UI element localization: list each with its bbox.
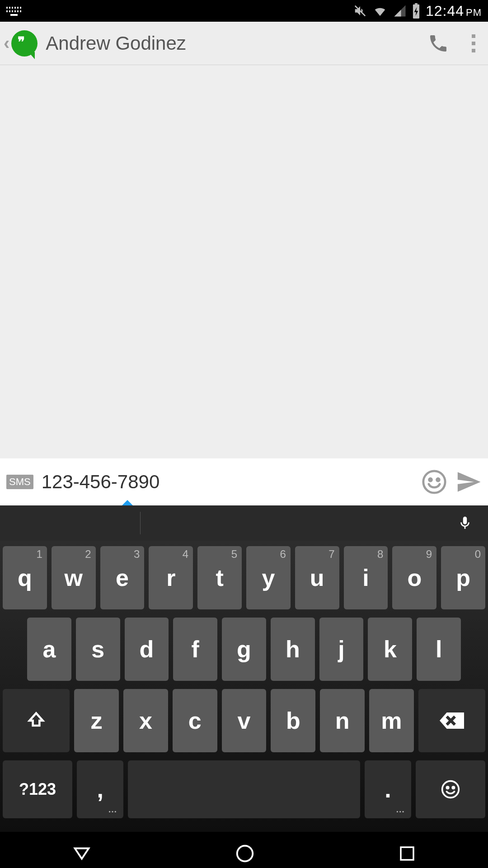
contact-name[interactable]: Andrew Godinez xyxy=(46,33,427,54)
nav-home-button[interactable] xyxy=(235,843,255,864)
key-a[interactable]: a xyxy=(27,618,71,681)
key-q[interactable]: q1 xyxy=(3,546,47,609)
call-button[interactable] xyxy=(427,33,449,54)
key-t[interactable]: t5 xyxy=(197,546,242,609)
nav-back-button[interactable] xyxy=(71,843,92,864)
send-button[interactable] xyxy=(455,469,482,495)
system-nav-bar xyxy=(0,832,488,868)
svg-rect-2 xyxy=(415,3,418,5)
battery-charging-icon xyxy=(411,3,421,19)
key-g[interactable]: g xyxy=(222,618,266,681)
svg-point-9 xyxy=(237,846,253,862)
key-x[interactable]: x xyxy=(123,689,168,752)
conversation-area[interactable] xyxy=(0,65,488,458)
overflow-menu-button[interactable] xyxy=(467,34,480,52)
key-e[interactable]: e3 xyxy=(100,546,145,609)
emoji-button[interactable] xyxy=(421,469,447,495)
strip-divider xyxy=(140,512,141,534)
app-bar: ‹ ❞ Andrew Godinez xyxy=(0,22,488,65)
svg-point-8 xyxy=(452,787,454,788)
svg-point-7 xyxy=(446,787,448,788)
key-f[interactable]: f xyxy=(173,618,217,681)
key-p[interactable]: p0 xyxy=(441,546,485,609)
compose-bar: SMS xyxy=(0,458,488,505)
back-button[interactable]: ‹ xyxy=(4,33,9,53)
key-m[interactable]: m xyxy=(369,689,414,752)
wifi-icon xyxy=(371,4,389,18)
svg-rect-10 xyxy=(401,847,413,860)
key-y[interactable]: y6 xyxy=(246,546,291,609)
svg-point-5 xyxy=(437,478,440,481)
key-b[interactable]: b xyxy=(271,689,315,752)
message-input[interactable] xyxy=(42,471,413,493)
emoji-key[interactable] xyxy=(416,760,485,818)
key-w[interactable]: w2 xyxy=(52,546,96,609)
key-d[interactable]: d xyxy=(125,618,169,681)
key-s[interactable]: s xyxy=(76,618,120,681)
comma-key[interactable]: ,… xyxy=(77,760,123,818)
key-h[interactable]: h xyxy=(271,618,315,681)
key-o[interactable]: o9 xyxy=(392,546,436,609)
key-k[interactable]: k xyxy=(368,618,412,681)
key-j[interactable]: j xyxy=(319,618,364,681)
soft-keyboard: q1w2e3r4t5y6u7i8o9p0 asdfghjkl zxcvbnm ?… xyxy=(0,541,488,832)
key-i[interactable]: i8 xyxy=(344,546,388,609)
svg-point-4 xyxy=(429,478,432,481)
backspace-key[interactable] xyxy=(418,689,485,752)
symbols-key[interactable]: ?123 xyxy=(3,760,72,818)
nav-recents-button[interactable] xyxy=(398,844,417,863)
voice-input-button[interactable] xyxy=(457,513,473,533)
space-key[interactable] xyxy=(128,760,360,818)
key-v[interactable]: v xyxy=(222,689,267,752)
key-n[interactable]: n xyxy=(320,689,365,752)
signal-icon xyxy=(393,4,407,18)
mute-icon xyxy=(353,3,367,19)
hangouts-app-icon[interactable]: ❞ xyxy=(11,30,38,57)
keyboard-suggestion-strip xyxy=(0,505,488,541)
shift-key[interactable] xyxy=(3,689,70,752)
key-u[interactable]: u7 xyxy=(295,546,339,609)
status-time: 12:44PM xyxy=(426,3,482,19)
status-bar: 12:44PM xyxy=(0,0,488,22)
period-key[interactable]: .… xyxy=(365,760,411,818)
key-l[interactable]: l xyxy=(417,618,461,681)
key-z[interactable]: z xyxy=(74,689,119,752)
key-c[interactable]: c xyxy=(173,689,217,752)
sms-badge: SMS xyxy=(6,475,33,489)
svg-point-6 xyxy=(442,781,459,798)
key-r[interactable]: r4 xyxy=(149,546,193,609)
keyboard-notification-icon xyxy=(6,6,22,16)
svg-point-3 xyxy=(423,471,445,493)
